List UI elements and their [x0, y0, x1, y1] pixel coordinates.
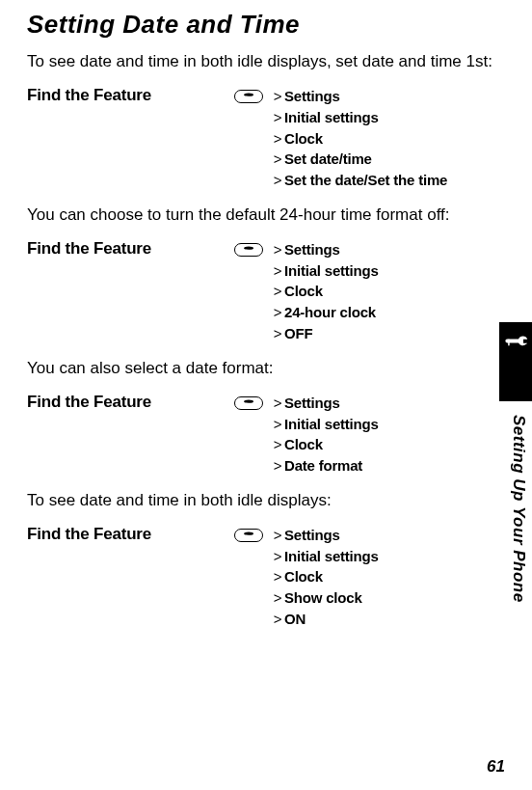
nav-step: Initial settings [284, 546, 379, 567]
nav-step: Clock [284, 566, 323, 587]
feature-label: Find the Feature [27, 525, 234, 544]
nav-step: OFF [284, 323, 312, 344]
chevron-icon: > [271, 393, 284, 414]
chevron-icon: > [271, 414, 284, 435]
chevron-icon: > [271, 455, 284, 477]
chevron-icon: > [271, 302, 284, 323]
menu-key-icon [234, 90, 263, 103]
chevron-icon: > [271, 128, 284, 150]
nav-step: Date format [284, 455, 362, 477]
chevron-icon: > [271, 546, 284, 567]
chevron-icon: > [271, 107, 284, 128]
menu-key-icon [234, 243, 263, 257]
chevron-icon: > [271, 609, 284, 630]
svg-point-5 [244, 399, 253, 402]
svg-point-1 [244, 94, 253, 96]
nav-step: Settings [284, 86, 340, 107]
nav-step: Show clock [284, 587, 362, 609]
chevron-icon: > [271, 260, 284, 282]
svg-rect-4 [235, 396, 263, 409]
chevron-icon: > [271, 587, 284, 609]
feature-label: Find the Feature [27, 393, 234, 412]
chevron-icon: > [271, 323, 284, 344]
nav-step: Clock [284, 128, 323, 150]
nav-path-3: > Settings >Initial settings >Clock >Dat… [234, 393, 493, 477]
nav-step: Initial settings [284, 414, 379, 435]
feature-label: Find the Feature [27, 86, 234, 105]
chevron-icon: > [271, 281, 284, 302]
feature-label: Find the Feature [27, 239, 234, 259]
nav-step: Settings [284, 525, 340, 546]
feature-block-3: Find the Feature > Settings >Initial set… [27, 393, 493, 477]
chevron-icon: > [271, 170, 284, 191]
nav-step: Set date/time [284, 149, 372, 170]
svg-rect-2 [235, 243, 263, 256]
chevron-icon: > [271, 149, 284, 170]
nav-step: ON [284, 609, 306, 630]
svg-rect-0 [235, 90, 263, 102]
nav-step: Initial settings [284, 107, 379, 128]
nav-path-1: > Settings >Initial settings >Clock >Set… [234, 86, 493, 191]
nav-step: Initial settings [284, 260, 379, 282]
feature-block-4: Find the Feature > Settings >Initial set… [27, 525, 493, 630]
page-number: 61 [487, 757, 505, 776]
intro-text-1: To see date and time in both idle displa… [27, 51, 493, 72]
section-tab [499, 322, 532, 401]
chevron-icon: > [271, 86, 284, 107]
manual-page: Setting Date and Time To see date and ti… [0, 0, 532, 790]
svg-point-3 [244, 246, 253, 249]
feature-block-1: Find the Feature > Settings >Initial set… [27, 86, 493, 191]
nav-step: Clock [284, 434, 323, 455]
nav-step: Settings [284, 393, 340, 414]
nav-step: Set the date/Set the time [284, 170, 447, 191]
intro-text-4: To see date and time in both idle displa… [27, 490, 493, 511]
chevron-icon: > [271, 239, 284, 260]
intro-text-3: You can also select a date format: [27, 358, 493, 379]
wrench-icon [498, 325, 532, 361]
intro-text-2: You can choose to turn the default 24-ho… [27, 204, 493, 226]
menu-key-icon [234, 396, 263, 410]
nav-path-4: > Settings >Initial settings >Clock >Sho… [234, 525, 493, 630]
nav-step: Clock [284, 281, 323, 302]
page-title: Setting Date and Time [27, 10, 493, 40]
svg-point-7 [244, 531, 253, 534]
feature-block-2: Find the Feature > Settings >Initial set… [27, 239, 493, 344]
svg-rect-6 [235, 529, 263, 541]
nav-step: 24-hour clock [284, 302, 376, 323]
chevron-icon: > [271, 525, 284, 546]
section-side-label: Setting Up Your Phone [509, 415, 528, 603]
nav-path-2: > Settings >Initial settings >Clock >24-… [234, 239, 493, 344]
nav-step: Settings [284, 239, 340, 260]
chevron-icon: > [271, 566, 284, 587]
chevron-icon: > [271, 434, 284, 455]
menu-key-icon [234, 529, 263, 542]
